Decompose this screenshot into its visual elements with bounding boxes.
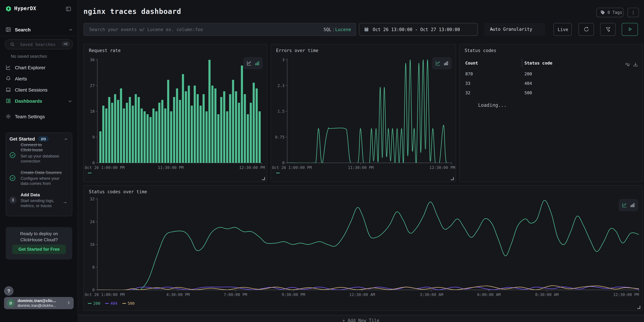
- errors-chart[interactable]: 00.751.52.33Oct 26 1:00:00 PM11:30:00 PM…: [271, 44, 456, 182]
- user-menu[interactable]: D dominic.tran@clic... dominic.tran@clic…: [4, 297, 74, 309]
- legend-swatch: [105, 303, 109, 304]
- svg-text:0.75: 0.75: [275, 135, 284, 140]
- svg-text:2.3: 2.3: [278, 84, 284, 88]
- svg-text:36: 36: [90, 58, 94, 62]
- sidebar-item-chart-explorer[interactable]: Chart Explorer: [0, 63, 78, 72]
- svg-text:12:30:00 PM: 12:30:00 PM: [613, 292, 639, 297]
- legend-item[interactable]: [276, 173, 280, 173]
- help-button[interactable]: ?: [4, 286, 14, 296]
- get-started-free-button[interactable]: Get Started for Free: [12, 245, 66, 254]
- shortcut-badge: ⌘K: [62, 41, 70, 47]
- bar-chart-icon[interactable]: [254, 60, 260, 66]
- lucene-mode-toggle[interactable]: Lucene: [335, 27, 351, 32]
- sidebar-item-label: Alerts: [15, 76, 27, 82]
- step-title[interactable]: Connect to ClickHouse: [20, 142, 64, 152]
- bar-chart-icon[interactable]: [443, 60, 449, 66]
- svg-text:32: 32: [90, 197, 94, 201]
- sql-mode-toggle[interactable]: SQL: [324, 27, 332, 32]
- event-search-input[interactable]: Search your events w/ Lucene ex. column:…: [84, 23, 356, 36]
- step-title[interactable]: Add Data: [20, 192, 61, 197]
- sidebar-item-label: Dashboards: [15, 98, 42, 104]
- legend-swatch: [88, 303, 92, 304]
- chart-legend: [88, 173, 92, 173]
- column-header-count[interactable]: Count: [465, 60, 478, 66]
- line-chart-icon[interactable]: [246, 60, 252, 66]
- bar-chart-icon[interactable]: [630, 202, 635, 208]
- legend-label: 200: [93, 301, 100, 306]
- resize-handle[interactable]: [451, 177, 454, 180]
- step-desc: Start sending logs, metrics, or traces: [20, 198, 58, 208]
- sidebar-item-alerts[interactable]: Alerts: [0, 74, 78, 84]
- search-placeholder: Search your events w/ Lucene ex. column:…: [89, 27, 203, 32]
- cell-count: 32: [465, 90, 470, 95]
- loading-text: Loading...: [478, 102, 507, 108]
- add-new-tile-button[interactable]: + Add New Tile: [78, 315, 644, 322]
- chart-type-toggle: [243, 57, 263, 69]
- dashboard-menu-button[interactable]: [628, 8, 639, 17]
- hyperdx-logo-icon: [6, 6, 12, 12]
- arrow-right-icon[interactable]: →: [62, 199, 67, 204]
- svg-text:4:30:00 PM: 4:30:00 PM: [166, 292, 190, 297]
- progress-badge: 2/3: [38, 136, 48, 142]
- filters-button[interactable]: [600, 23, 616, 36]
- get-started-title: Get Started: [10, 136, 35, 142]
- check-circle-icon: [9, 152, 16, 158]
- sidebar-item-search[interactable]: Search: [0, 25, 78, 34]
- svg-text:3: 3: [282, 58, 284, 62]
- legend-swatch: [122, 303, 126, 304]
- svg-text:Oct 26 1:00:00 PM: Oct 26 1:00:00 PM: [272, 166, 312, 170]
- date-range-picker[interactable]: Oct 26 13:00:00 - Oct 27 13:00:00: [359, 23, 478, 36]
- tile-status-codes: Status codes Count Status code 870200334…: [459, 44, 643, 182]
- legend-item[interactable]: 200: [88, 301, 100, 306]
- column-header-status-code[interactable]: Status code: [524, 60, 552, 66]
- status-codes-over-time-chart[interactable]: 08162432Oct 26 1:00:00 PM4:30:00 PM7:00:…: [84, 186, 643, 311]
- svg-text:9:30:00 PM: 9:30:00 PM: [282, 292, 305, 297]
- legend-label: 500: [128, 301, 135, 306]
- refresh-button[interactable]: [578, 23, 594, 36]
- step-title[interactable]: Create Data Sources: [20, 170, 71, 175]
- legend-item[interactable]: 500: [122, 301, 135, 306]
- live-button[interactable]: Live: [554, 23, 572, 36]
- legend-item[interactable]: 404: [105, 301, 118, 306]
- line-chart-icon[interactable]: [622, 202, 627, 208]
- tags-label: 0 Tags: [608, 10, 622, 15]
- svg-text:6:00:00 AM: 6:00:00 AM: [477, 292, 500, 297]
- sort-rows-icon[interactable]: [625, 62, 630, 67]
- svg-text:0: 0: [92, 161, 94, 165]
- collapse-sidebar-icon[interactable]: [66, 6, 71, 12]
- tile-title: Status codes: [464, 48, 496, 53]
- legend-item[interactable]: [88, 173, 92, 173]
- sidebar-item-client-sessions[interactable]: Client Sessions: [0, 85, 78, 94]
- sidebar-item-team-settings[interactable]: Team Settings: [0, 112, 78, 121]
- search-list-icon: [6, 27, 11, 32]
- cloud-card-line2: ClickHouse Cloud?: [6, 237, 72, 242]
- user-name: dominic.tran@clic...: [18, 298, 56, 303]
- sidebar-item-label: Client Sessions: [15, 87, 48, 92]
- run-query-button[interactable]: [622, 23, 638, 36]
- request-rate-chart[interactable]: 09182736Oct 26 1:00:00 PM11:30:00 PM12:3…: [84, 44, 268, 182]
- legend-swatch: [88, 173, 92, 173]
- check-circle-icon: [9, 175, 16, 182]
- resize-handle[interactable]: [262, 177, 265, 180]
- tags-button[interactable]: 0 Tags: [596, 8, 624, 17]
- svg-text:11:30:00 PM: 11:30:00 PM: [348, 166, 374, 170]
- download-icon[interactable]: [633, 62, 638, 67]
- resize-handle[interactable]: [637, 306, 640, 309]
- tile-errors-over-time: Errors over time 00.751.52.33Oct 26 1:00…: [271, 44, 456, 182]
- chart-legend: [276, 173, 280, 173]
- chevron-up-icon[interactable]: [64, 137, 68, 141]
- granularity-select[interactable]: Auto Granularity: [484, 23, 545, 36]
- column-divider[interactable]: [522, 59, 522, 66]
- sidebar-item-dashboards[interactable]: Dashboards: [0, 96, 78, 106]
- chart-type-toggle: [619, 199, 638, 211]
- svg-text:3:30:00 AM: 3:30:00 AM: [420, 292, 443, 297]
- sidebar-divider: [0, 36, 78, 36]
- chevron-up-icon[interactable]: [68, 28, 73, 32]
- bell-icon: [6, 76, 11, 82]
- svg-text:12:30:00 AM: 12:30:00 AM: [349, 292, 375, 297]
- search-icon: [10, 42, 15, 47]
- chevron-down-icon[interactable]: [68, 99, 72, 104]
- line-chart-icon[interactable]: [435, 60, 440, 66]
- sidebar-item-label: Search: [15, 27, 30, 32]
- saved-searches-input[interactable]: Saved Searches ⌘K: [5, 39, 73, 49]
